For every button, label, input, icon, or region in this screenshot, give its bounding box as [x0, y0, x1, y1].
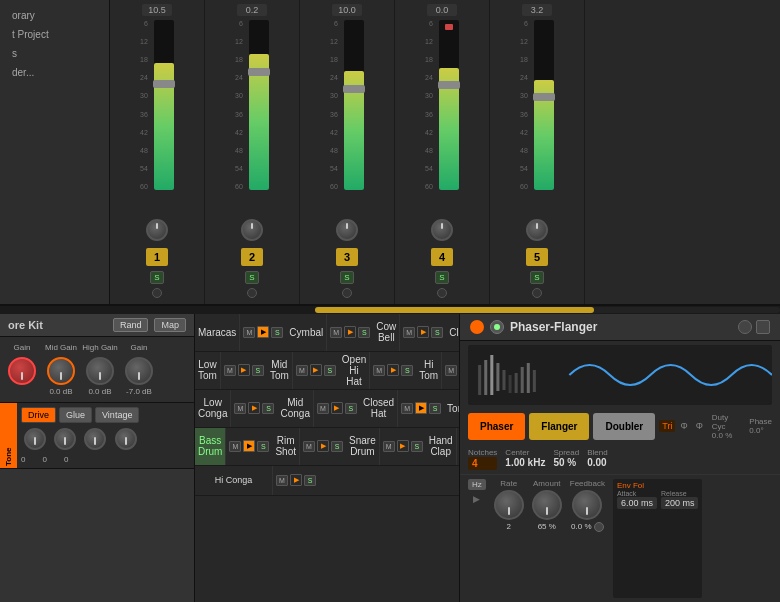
glue-button[interactable]: Glue: [59, 407, 92, 423]
pad-lowtom[interactable]: Low Tom: [195, 352, 221, 389]
sidebar-item-folder[interactable]: der...: [8, 65, 101, 80]
rand-button[interactable]: Rand: [113, 318, 149, 332]
pad-maracas[interactable]: Maracas: [195, 314, 240, 351]
play-midconga[interactable]: ▶: [331, 402, 343, 414]
pad-handclap[interactable]: Hand Clap: [426, 428, 457, 465]
mute-openhihat[interactable]: M: [373, 365, 385, 376]
flanger-mode-btn[interactable]: Flanger: [529, 413, 589, 440]
drive-button[interactable]: Drive: [21, 407, 56, 423]
map-button[interactable]: Map: [154, 318, 186, 332]
pad-snaredrum[interactable]: Snare Drum: [346, 428, 380, 465]
mute-midtom[interactable]: M: [296, 365, 308, 376]
solo-btn-4[interactable]: S: [435, 271, 449, 284]
wave-tri[interactable]: Tri: [659, 420, 675, 432]
solo-btn-3[interactable]: S: [340, 271, 354, 284]
mute-closedhat[interactable]: M: [401, 403, 413, 414]
vintage-button[interactable]: Vintage: [95, 407, 139, 423]
pad-lowconga[interactable]: Low Conga: [195, 390, 231, 427]
pad-closedhat[interactable]: Closed Hat: [360, 390, 398, 427]
mute-cowbell[interactable]: M: [403, 327, 415, 338]
mute-bassdrum[interactable]: M: [229, 441, 241, 452]
play-hiconga[interactable]: ▶: [290, 474, 302, 486]
doubler-mode-btn[interactable]: Doubler: [593, 413, 655, 440]
pad-openhihat[interactable]: Open Hi Hat: [339, 352, 370, 389]
solo-lowtom[interactable]: S: [252, 365, 264, 376]
tone-knob-2[interactable]: [54, 428, 76, 450]
fader-1[interactable]: [153, 80, 175, 88]
fader-3[interactable]: [343, 85, 365, 93]
play-midtom[interactable]: ▶: [310, 364, 322, 376]
phaser-icon-1[interactable]: [738, 320, 752, 334]
solo-hiconga[interactable]: S: [304, 475, 316, 486]
mute-midconga[interactable]: M: [317, 403, 329, 414]
play-cymbal[interactable]: ▶: [344, 326, 356, 338]
sidebar-item-library[interactable]: orary: [8, 8, 101, 23]
gain-knob-4[interactable]: [125, 357, 153, 385]
play-lowtom[interactable]: ▶: [238, 364, 250, 376]
solo-btn-5[interactable]: S: [530, 271, 544, 284]
solo-cymbal[interactable]: S: [358, 327, 370, 338]
pad-midtom[interactable]: Mid Tom: [267, 352, 293, 389]
phaser-icon-2[interactable]: [756, 320, 770, 334]
sidebar-item-project[interactable]: t Project: [8, 27, 101, 42]
tone-knob-3[interactable]: [84, 428, 106, 450]
play-cowbell[interactable]: ▶: [417, 326, 429, 338]
rate-knob[interactable]: [494, 490, 524, 520]
ch-1-dot[interactable]: [152, 288, 162, 298]
pad-claves[interactable]: Claves: [446, 314, 460, 351]
gain-knob-2[interactable]: [47, 357, 75, 385]
solo-lowconga[interactable]: S: [262, 403, 274, 414]
play-maracas[interactable]: ▶: [257, 326, 269, 338]
pad-midconga[interactable]: Mid Conga: [277, 390, 313, 427]
phaser-mode-btn[interactable]: Phaser: [468, 413, 525, 440]
amount-knob[interactable]: [532, 490, 562, 520]
tone-knob-1[interactable]: [24, 428, 46, 450]
solo-closedhat[interactable]: S: [429, 403, 441, 414]
solo-bassdrum[interactable]: S: [257, 441, 269, 452]
feedback-toggle[interactable]: [594, 522, 604, 532]
solo-rimshot[interactable]: S: [331, 441, 343, 452]
phaser-color-btn[interactable]: [470, 320, 484, 334]
pan-knob-1[interactable]: [146, 219, 168, 241]
release-val[interactable]: 200 ms: [661, 497, 699, 509]
hz-badge[interactable]: Hz: [468, 479, 486, 490]
fader-4[interactable]: [438, 81, 460, 89]
solo-midconga[interactable]: S: [345, 403, 357, 414]
ch-4-dot[interactable]: [437, 288, 447, 298]
solo-openhihat[interactable]: S: [401, 365, 413, 376]
solo-btn-2[interactable]: S: [245, 271, 259, 284]
pan-knob-2[interactable]: [241, 219, 263, 241]
gain-knob-3[interactable]: [86, 357, 114, 385]
gain-knob-1[interactable]: [8, 357, 36, 385]
tone-knob-4[interactable]: [115, 428, 137, 450]
mute-hitom[interactable]: M: [445, 365, 457, 376]
play-closedhat[interactable]: ▶: [415, 402, 427, 414]
pad-cowbell[interactable]: Cow Bell: [373, 314, 400, 351]
sidebar-item-3[interactable]: s: [8, 46, 101, 61]
play-lowconga[interactable]: ▶: [248, 402, 260, 414]
pan-knob-4[interactable]: [431, 219, 453, 241]
mute-snaredrum[interactable]: M: [383, 441, 395, 452]
ch-3-dot[interactable]: [342, 288, 352, 298]
ch-5-dot[interactable]: [532, 288, 542, 298]
phaser-power-btn[interactable]: [490, 320, 504, 334]
solo-cowbell[interactable]: S: [431, 327, 443, 338]
play-openhihat[interactable]: ▶: [387, 364, 399, 376]
ch-2-dot[interactable]: [247, 288, 257, 298]
pad-tom[interactable]: Tom: [444, 390, 460, 427]
play-bassdrum[interactable]: ▶: [243, 440, 255, 452]
pan-knob-3[interactable]: [336, 219, 358, 241]
solo-btn-1[interactable]: S: [150, 271, 164, 284]
feedback-knob[interactable]: [572, 490, 602, 520]
mute-hiconga[interactable]: M: [276, 475, 288, 486]
fader-2[interactable]: [248, 68, 270, 76]
pad-bassdrum[interactable]: Bass Drum: [195, 428, 226, 465]
solo-midtom[interactable]: S: [324, 365, 336, 376]
solo-maracas[interactable]: S: [271, 327, 283, 338]
pad-rimshot[interactable]: Rim Shot: [272, 428, 300, 465]
play-rimshot[interactable]: ▶: [317, 440, 329, 452]
mute-cymbal[interactable]: M: [330, 327, 342, 338]
wave-phi2[interactable]: Φ: [693, 420, 706, 432]
pad-hiconga[interactable]: Hi Conga: [195, 466, 273, 495]
wave-phi1[interactable]: Φ: [677, 420, 690, 432]
